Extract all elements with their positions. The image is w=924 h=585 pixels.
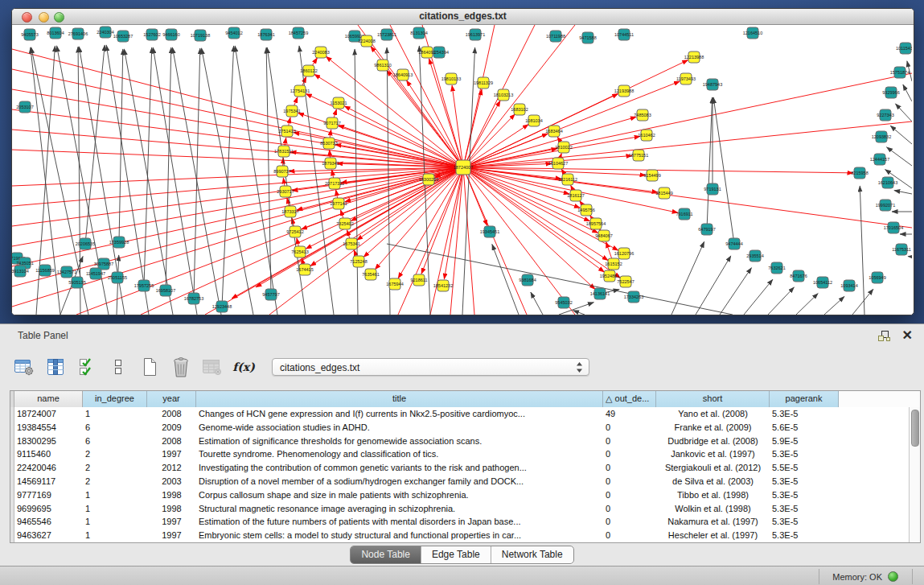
graph-node[interactable]: 17359928 bbox=[109, 237, 129, 248]
graph-node[interactable]: 16210643 bbox=[878, 177, 897, 188]
graph-node[interactable]: 16958107 bbox=[156, 285, 175, 296]
graph-node[interactable]: 8215958 bbox=[851, 167, 868, 179]
graph-node[interactable]: 7916911 bbox=[676, 208, 692, 220]
graph-node[interactable]: 2930717 bbox=[277, 186, 294, 197]
graph-node[interactable]: 1810022 bbox=[555, 142, 572, 153]
graph-node[interactable]: 1683102 bbox=[511, 104, 528, 115]
column-header-name[interactable]: name bbox=[14, 391, 83, 407]
cell-short[interactable]: de Silva et al. (2003) bbox=[656, 475, 770, 488]
graph-node[interactable]: 18640913 bbox=[393, 69, 413, 80]
cell-title[interactable]: Structural magnetic resonance image aver… bbox=[196, 502, 603, 516]
graph-node[interactable]: 18775151 bbox=[629, 150, 648, 161]
graph-node[interactable]: 1975341 bbox=[283, 105, 300, 117]
zoom-window-button[interactable] bbox=[54, 12, 64, 23]
cell-short[interactable]: Yano et al. (2008) bbox=[656, 407, 770, 421]
column-header-short[interactable]: short bbox=[656, 391, 770, 407]
cell-in_degree[interactable]: 1 bbox=[83, 529, 147, 542]
graph-node[interactable]: 8131304 bbox=[410, 27, 427, 39]
graph-node[interactable]: 1675944 bbox=[386, 278, 403, 290]
cell-year[interactable]: 1998 bbox=[147, 502, 196, 516]
table-row[interactable]: 1830029562008Estimation of significance … bbox=[10, 435, 920, 448]
cell-year[interactable]: 2008 bbox=[147, 435, 196, 448]
graph-node[interactable]: 12164510 bbox=[743, 27, 762, 39]
graph-node[interactable]: 1056949 bbox=[869, 272, 885, 283]
graph-node[interactable]: 1873317 bbox=[281, 206, 298, 217]
table-vertical-scrollbar[interactable] bbox=[909, 407, 920, 542]
graph-node[interactable]: 19810133 bbox=[441, 73, 461, 84]
cell-in_degree[interactable]: 1 bbox=[83, 515, 147, 529]
graph-node[interactable]: 10711988 bbox=[546, 31, 565, 42]
table-row[interactable]: 911546021997Tourette syndrome. Phenomeno… bbox=[10, 447, 920, 461]
cell-title[interactable]: Corpus callosum shape and size in male p… bbox=[196, 488, 603, 502]
column-header-in_degree[interactable]: in_degree bbox=[83, 391, 147, 407]
graph-node[interactable]: 7125248 bbox=[350, 256, 367, 267]
cell-pagerank[interactable]: 5.3E-5 bbox=[770, 447, 839, 461]
cell-pagerank[interactable]: 5.3E-5 bbox=[770, 502, 839, 516]
graph-node[interactable]: 1610462 bbox=[638, 130, 655, 141]
cell-pagerank[interactable]: 5.3E-5 bbox=[770, 475, 839, 488]
graph-node[interactable]: 1093414 bbox=[840, 280, 857, 291]
graph-node[interactable]: 9218611 bbox=[410, 274, 427, 286]
tab-edge-table[interactable]: Edge Table bbox=[421, 546, 491, 563]
graph-node[interactable]: 19811329 bbox=[474, 77, 493, 89]
graph-node[interactable]: 2935514 bbox=[746, 250, 763, 262]
cell-short[interactable]: Wolkin et al. (1998) bbox=[656, 502, 770, 516]
cell-in_degree[interactable]: 1 bbox=[83, 407, 147, 421]
cell-short[interactable]: Stergiakouli et al. (2012) bbox=[656, 461, 770, 475]
close-window-button[interactable] bbox=[22, 12, 32, 23]
graph-node[interactable]: 1864091 bbox=[418, 47, 435, 58]
graph-node[interactable]: 2240304 bbox=[97, 27, 113, 38]
tab-node-table[interactable]: Node Table bbox=[351, 546, 421, 563]
graph-node[interactable]: 11973493 bbox=[676, 73, 696, 84]
delete-columns-icon[interactable] bbox=[170, 355, 192, 379]
graph-node[interactable]: 9466160 bbox=[162, 29, 179, 40]
graph-node[interactable]: 15751874 bbox=[890, 67, 910, 78]
graph-node[interactable]: 18541232 bbox=[433, 280, 453, 291]
graph-node[interactable]: 20717311 bbox=[325, 178, 344, 189]
column-header-pagerank[interactable]: pagerank bbox=[770, 391, 839, 407]
graph-node[interactable]: 19487943 bbox=[703, 79, 722, 90]
cell-pagerank[interactable]: 5.3E-5 bbox=[770, 407, 839, 421]
cell-name[interactable]: 19384554 bbox=[14, 421, 83, 435]
graph-node[interactable]: 1879341 bbox=[322, 158, 339, 169]
close-panel-icon[interactable]: ✕ bbox=[902, 329, 913, 342]
graph-node[interactable]: 9381684 bbox=[519, 274, 536, 286]
cell-in_degree[interactable]: 1 bbox=[83, 488, 147, 502]
cell-in_degree[interactable]: 6 bbox=[83, 421, 147, 435]
cell-pagerank[interactable]: 5.6E-5 bbox=[770, 421, 839, 435]
graph-node[interactable]: 9405573 bbox=[21, 29, 38, 40]
cell-out_degree[interactable]: 0 bbox=[603, 515, 656, 529]
graph-node[interactable]: 1816127 bbox=[567, 190, 584, 201]
cell-name[interactable]: 9463627 bbox=[14, 529, 83, 542]
graph-node[interactable]: 10654112 bbox=[813, 277, 832, 288]
cell-out_degree[interactable]: 0 bbox=[603, 529, 656, 542]
graph-node[interactable]: 18957564 bbox=[586, 218, 606, 229]
graph-node[interactable]: 19992071 bbox=[876, 200, 895, 211]
graph-node[interactable]: 12213988 bbox=[684, 51, 704, 63]
table-row[interactable]: 977716911998Corpus callosum shape and si… bbox=[10, 488, 920, 502]
graph-node[interactable]: 9454012 bbox=[225, 27, 242, 39]
cell-title[interactable]: Changes of HCN gene expression and I(f) … bbox=[196, 407, 603, 421]
graph-node[interactable]: 10744511 bbox=[614, 29, 634, 40]
graph-node[interactable]: 18216112 bbox=[558, 174, 577, 185]
graph-node[interactable]: 11156859 bbox=[35, 265, 55, 276]
graph-node[interactable]: 1876341 bbox=[257, 29, 274, 40]
table-row[interactable]: 1456911722003Disruption of a novel membe… bbox=[10, 475, 920, 488]
graph-node[interactable]: 1527602 bbox=[143, 29, 160, 40]
graph-node[interactable]: 18457259 bbox=[289, 27, 308, 39]
cell-short[interactable]: Dudbridge et al. (2008) bbox=[656, 435, 770, 448]
cell-short[interactable]: Jankovic et al. (1997) bbox=[656, 447, 770, 461]
cell-pagerank[interactable]: 5.3E-5 bbox=[770, 529, 839, 542]
graph-node[interactable]: 19613971 bbox=[466, 29, 485, 40]
graph-node[interactable]: 7632621 bbox=[768, 262, 785, 274]
graph-node[interactable]: 9071717 bbox=[323, 117, 340, 129]
table-row[interactable]: 1938455462009Genome-wide association stu… bbox=[10, 421, 920, 435]
cell-out_degree[interactable]: 0 bbox=[603, 435, 656, 448]
cell-year[interactable]: 1997 bbox=[147, 529, 196, 542]
cell-title[interactable]: Estimation of significance thresholds fo… bbox=[196, 435, 603, 448]
scrollbar-thumb[interactable] bbox=[911, 410, 919, 447]
cell-short[interactable]: Franke et al. (2009) bbox=[656, 421, 770, 435]
minimize-window-button[interactable] bbox=[39, 12, 49, 23]
cell-out_degree[interactable]: 0 bbox=[603, 502, 656, 516]
import-columns-icon[interactable] bbox=[76, 355, 98, 379]
